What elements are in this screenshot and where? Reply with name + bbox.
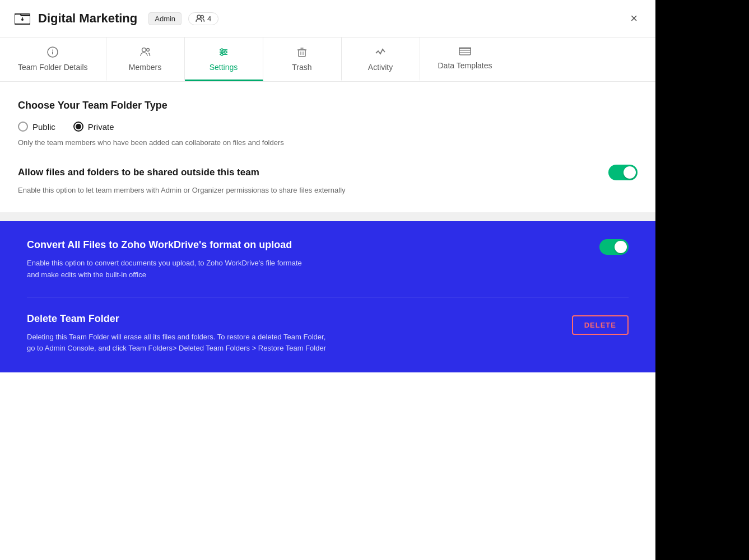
tab-label: Members bbox=[129, 63, 161, 72]
share-description: Enable this option to let team members w… bbox=[18, 186, 638, 194]
folder-type-title: Choose Your Team Folder Type bbox=[18, 100, 638, 111]
tab-label: Settings bbox=[210, 63, 238, 72]
tab-activity[interactable]: Activity bbox=[342, 38, 420, 81]
svg-point-8 bbox=[142, 48, 146, 52]
activity-icon bbox=[375, 46, 386, 59]
svg-point-7 bbox=[52, 50, 53, 51]
svg-point-14 bbox=[224, 51, 226, 53]
tab-label: Trash bbox=[292, 63, 311, 72]
folder-type-description: Only the team members who have been adde… bbox=[18, 138, 638, 147]
trash-icon bbox=[296, 46, 308, 59]
share-setting-row: Allow files and folders to be shared out… bbox=[18, 165, 638, 180]
svg-point-4 bbox=[201, 16, 204, 18]
radio-circle-public bbox=[18, 122, 28, 132]
share-toggle[interactable] bbox=[608, 165, 638, 180]
folder-icon bbox=[13, 10, 31, 27]
close-button[interactable]: × bbox=[626, 9, 642, 28]
convert-toggle[interactable] bbox=[599, 239, 629, 255]
tab-trash[interactable]: Trash bbox=[263, 38, 342, 81]
workspace-title: Digital Marketing bbox=[38, 11, 137, 26]
convert-description: Enable this option to convert documents … bbox=[27, 258, 586, 281]
radio-public[interactable]: Public bbox=[18, 122, 55, 132]
delete-button[interactable]: DELETE bbox=[572, 315, 629, 335]
share-title: Allow files and folders to be shared out… bbox=[18, 167, 259, 178]
tabs-bar: Team Folder Details Members bbox=[0, 38, 655, 82]
radio-group-folder-type: Public Private bbox=[18, 122, 638, 132]
svg-point-15 bbox=[221, 53, 223, 55]
tab-team-folder-details[interactable]: Team Folder Details bbox=[0, 38, 106, 81]
data-templates-icon bbox=[459, 46, 471, 58]
settings-icon bbox=[218, 46, 229, 59]
info-icon bbox=[47, 46, 58, 59]
convert-setting-row: Convert All Files to Zoho WorkDrive's fo… bbox=[27, 239, 629, 281]
radio-private[interactable]: Private bbox=[73, 122, 114, 132]
divider bbox=[27, 297, 629, 297]
tab-data-templates[interactable]: Data Templates bbox=[420, 38, 510, 81]
admin-badge: Admin bbox=[148, 12, 182, 25]
svg-point-13 bbox=[221, 49, 223, 51]
delete-title: Delete Team Folder bbox=[27, 313, 559, 325]
tab-label: Data Templates bbox=[438, 61, 492, 70]
blue-panel: Convert All Files to Zoho WorkDrive's fo… bbox=[0, 221, 655, 372]
members-count: 4 bbox=[207, 15, 211, 23]
members-button[interactable]: 4 bbox=[188, 12, 218, 25]
tab-label: Activity bbox=[368, 63, 393, 72]
settings-content: Choose Your Team Folder Type Public Priv… bbox=[0, 82, 655, 194]
tab-label: Team Folder Details bbox=[18, 63, 88, 72]
svg-point-9 bbox=[147, 49, 150, 52]
convert-title: Convert All Files to Zoho WorkDrive's fo… bbox=[27, 239, 586, 251]
delete-description: Deleting this Team Folder will erase all… bbox=[27, 332, 559, 355]
radio-circle-private bbox=[73, 122, 83, 132]
delete-section: Delete Team Folder Deleting this Team Fo… bbox=[27, 313, 629, 355]
svg-rect-16 bbox=[299, 50, 305, 57]
tab-members[interactable]: Members bbox=[106, 38, 185, 81]
svg-point-1 bbox=[21, 18, 24, 21]
tab-settings[interactable]: Settings bbox=[185, 38, 263, 81]
members-icon bbox=[139, 46, 151, 59]
svg-point-3 bbox=[197, 15, 201, 18]
header: Digital Marketing Admin 4 × bbox=[0, 0, 655, 38]
svg-rect-20 bbox=[459, 48, 471, 55]
